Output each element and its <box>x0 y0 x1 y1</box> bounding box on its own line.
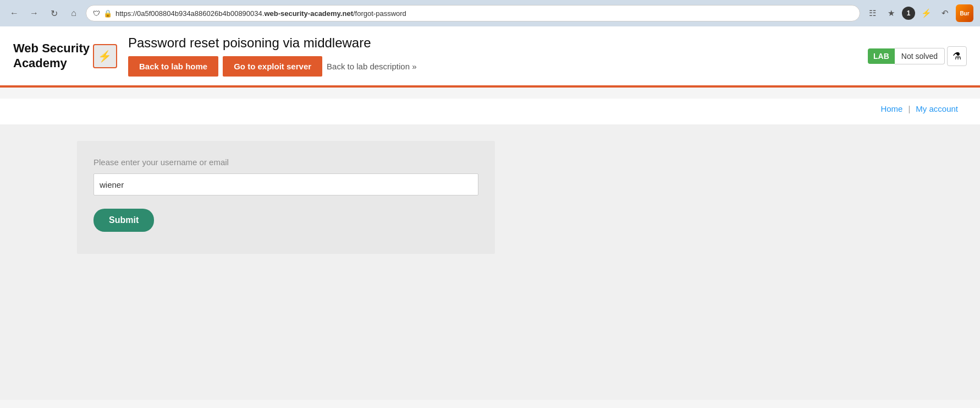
browser-actions: ☷ ★ 1 ⚡ ↶ Bur <box>865 4 973 22</box>
flask-button[interactable]: ⚗ <box>947 46 967 66</box>
back-to-lab-button[interactable]: Back to lab home <box>128 56 218 77</box>
logo: Web Security Academy ⚡ <box>13 41 117 70</box>
back-button[interactable]: ← <box>7 6 22 21</box>
form-label: Please enter your username or email <box>93 157 478 167</box>
home-button[interactable]: ⌂ <box>66 6 81 21</box>
url-display: https://0a5f008804b934a886026b4b00890034… <box>115 9 406 18</box>
status-badge: Not solved <box>895 48 945 64</box>
lock-icon: 🔒 <box>103 9 112 18</box>
page-content: Home | My account Please enter your user… <box>0 88 980 408</box>
exploit-server-button[interactable]: Go to exploit server <box>223 56 322 77</box>
logo-icon: ⚡ <box>93 44 117 68</box>
qr-button[interactable]: ☷ <box>865 6 880 21</box>
back-to-description-link[interactable]: Back to lab description » <box>327 62 416 71</box>
logo-text: Web Security Academy <box>13 41 90 70</box>
submit-button[interactable]: Submit <box>93 209 154 232</box>
username-email-input[interactable] <box>93 173 478 195</box>
burp-icon: Bur <box>956 4 973 22</box>
shield-icon: 🛡 <box>93 9 100 18</box>
undo-button[interactable]: ↶ <box>937 6 953 21</box>
extension-button[interactable]: ⚡ <box>918 6 934 21</box>
browser-chrome: ← → ↻ ⌂ 🛡 🔒 https://0a5f008804b934a88602… <box>0 0 980 26</box>
star-button[interactable]: ★ <box>883 6 899 21</box>
home-link[interactable]: Home <box>880 104 902 113</box>
my-account-link[interactable]: My account <box>916 104 958 113</box>
address-bar[interactable]: 🛡 🔒 https://0a5f008804b934a886026b4b0089… <box>86 5 860 21</box>
lab-status: LAB Not solved ⚗ <box>868 46 967 66</box>
lab-header: Web Security Academy ⚡ Password reset po… <box>0 26 980 85</box>
form-card: Please enter your username or email Subm… <box>77 141 495 254</box>
lab-title-section: Password reset poisoning via middleware … <box>128 35 417 77</box>
lab-title: Password reset poisoning via middleware <box>128 35 417 51</box>
lab-header-left: Web Security Academy ⚡ Password reset po… <box>13 35 417 77</box>
reload-button[interactable]: ↻ <box>46 6 62 21</box>
forward-button[interactable]: → <box>26 6 42 21</box>
profile-icon: 1 <box>902 7 915 20</box>
nav-separator: | <box>908 104 910 113</box>
nav-links: Home | My account <box>0 99 980 124</box>
lab-buttons: Back to lab home Go to exploit server Ba… <box>128 56 417 77</box>
lab-badge: LAB <box>868 48 895 64</box>
main-area: Please enter your username or email Subm… <box>0 124 980 400</box>
